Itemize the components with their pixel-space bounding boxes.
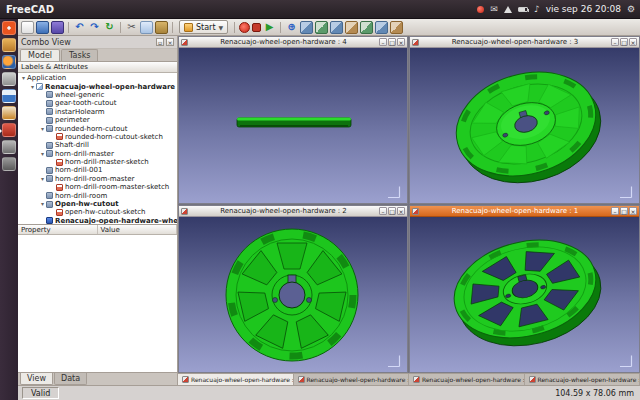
- macro-stop-icon[interactable]: [252, 23, 261, 32]
- viewport-2-canvas[interactable]: [179, 217, 407, 372]
- tree-item[interactable]: perimeter: [18, 116, 177, 124]
- tree-item[interactable]: instarHolearm: [18, 108, 177, 116]
- session-gear-icon[interactable]: ⚙: [627, 5, 635, 14]
- fit-all-icon[interactable]: ⊕: [285, 21, 298, 34]
- restore-icon[interactable]: □: [620, 38, 628, 46]
- workbench-selector[interactable]: Start ▼: [179, 20, 228, 34]
- panel-float-icon[interactable]: ▫: [156, 38, 164, 46]
- tree-item[interactable]: horn-drill-master-sketch: [18, 158, 177, 166]
- viewport-4[interactable]: Renacuajo-wheel-open-hardware : 4 –□×: [178, 36, 408, 204]
- tree-item[interactable]: open-hw-cutout-sketch: [18, 208, 177, 216]
- viewport-2[interactable]: Renacuajo-wheel-open-hardware : 2 –□×: [178, 205, 408, 373]
- open-file-icon[interactable]: [36, 21, 49, 34]
- isometric-view-icon[interactable]: [300, 21, 313, 34]
- front-view-icon[interactable]: [315, 21, 328, 34]
- restore-icon[interactable]: □: [388, 207, 396, 215]
- tree-item-document[interactable]: Renacuajo-wheel-open-hardware: [18, 82, 177, 90]
- expander-icon[interactable]: [29, 84, 36, 90]
- property-column-header[interactable]: Property: [18, 225, 98, 234]
- tree-item[interactable]: horn-drill-room-master: [18, 175, 177, 183]
- window-tab-4[interactable]: Renacuajo-wheel-open-hardware : 4: [525, 374, 640, 385]
- files-icon[interactable]: [2, 38, 16, 52]
- viewport-4-titlebar[interactable]: Renacuajo-wheel-open-hardware : 4 –□×: [179, 37, 407, 48]
- property-table-body[interactable]: [18, 235, 177, 372]
- left-view-icon[interactable]: [390, 21, 403, 34]
- cut-icon[interactable]: ✂: [125, 21, 138, 34]
- tree-item[interactable]: rounded-horn-cutout: [18, 124, 177, 132]
- tree-item[interactable]: rounded-horn-cutout-sketch: [18, 133, 177, 141]
- sound-icon[interactable]: ♪: [534, 5, 540, 14]
- tab-tasks[interactable]: Tasks: [61, 49, 98, 61]
- undo-icon[interactable]: ↶: [73, 21, 86, 34]
- freecad-launcher-icon[interactable]: [2, 123, 16, 137]
- viewport-4-canvas[interactable]: [179, 48, 407, 203]
- minimize-icon[interactable]: –: [379, 207, 387, 215]
- tab-model[interactable]: Model: [20, 49, 60, 61]
- ubuntu-dash-icon[interactable]: [2, 21, 16, 35]
- minimize-icon[interactable]: –: [611, 38, 619, 46]
- tab-view[interactable]: View: [20, 373, 53, 385]
- tree-item[interactable]: gear-tooth-cutout: [18, 99, 177, 107]
- window-tab-3[interactable]: Renacuajo-wheel-open-hardware : 3: [409, 374, 525, 385]
- value-column-header[interactable]: Value: [98, 225, 178, 234]
- tree-item[interactable]: horn-drill-master: [18, 150, 177, 158]
- mail-icon[interactable]: ✉: [490, 5, 498, 14]
- recording-indicator-icon[interactable]: [477, 6, 484, 13]
- combo-view-titlebar[interactable]: Combo View ▫ ×: [18, 36, 177, 49]
- viewport-2-titlebar[interactable]: Renacuajo-wheel-open-hardware : 2 –□×: [179, 206, 407, 217]
- expander-icon[interactable]: [39, 201, 46, 207]
- viewport-3[interactable]: Renacuajo-wheel-open-hardware : 3 –□×: [409, 36, 640, 204]
- wheel-front-view[interactable]: [179, 217, 407, 372]
- redo-icon[interactable]: ↷: [88, 21, 101, 34]
- close-icon[interactable]: ×: [397, 38, 405, 46]
- tree-item[interactable]: Renacuajo-open-hardware-wheel-final: [18, 217, 177, 224]
- network-icon[interactable]: [504, 6, 512, 13]
- close-icon[interactable]: ×: [629, 38, 637, 46]
- tree-item[interactable]: Open-hw-cutout: [18, 200, 177, 208]
- tree-item[interactable]: horn-drill-room: [18, 191, 177, 199]
- expander-icon[interactable]: [20, 75, 27, 81]
- panel-close-icon[interactable]: ×: [166, 38, 174, 46]
- new-document-icon[interactable]: [21, 21, 34, 34]
- expander-icon[interactable]: [39, 176, 46, 182]
- wheel-isometric-cutout-view[interactable]: [410, 217, 639, 372]
- active-app-name[interactable]: FreeCAD: [6, 4, 54, 15]
- expander-icon[interactable]: [39, 151, 46, 157]
- trash-icon[interactable]: [2, 157, 16, 171]
- minimize-icon[interactable]: –: [611, 207, 619, 215]
- wheel-side-view[interactable]: [179, 48, 407, 203]
- expander-icon[interactable]: [39, 126, 46, 132]
- close-icon[interactable]: ×: [397, 207, 405, 215]
- minimize-icon[interactable]: –: [379, 38, 387, 46]
- tree-item[interactable]: horn-drill-001: [18, 166, 177, 174]
- wheel-isometric-view[interactable]: [410, 48, 639, 203]
- firefox-icon[interactable]: [2, 55, 16, 69]
- viewport-1[interactable]: Renacuajo-wheel-open-hardware : 1 –□×: [409, 205, 640, 373]
- viewport-3-titlebar[interactable]: Renacuajo-wheel-open-hardware : 3 –□×: [410, 37, 639, 48]
- window-tab-2[interactable]: Renacuajo-wheel-open-hardware : 2: [294, 374, 410, 385]
- close-icon[interactable]: ×: [629, 207, 637, 215]
- paste-icon[interactable]: [155, 21, 168, 34]
- tree-item[interactable]: Shaft-drill: [18, 141, 177, 149]
- tree-column-header[interactable]: Labels & Attributes: [18, 62, 177, 73]
- libreoffice-icon[interactable]: [2, 89, 16, 103]
- restore-icon[interactable]: □: [388, 38, 396, 46]
- macro-record-icon[interactable]: [239, 22, 250, 33]
- tree-item-application[interactable]: Application: [18, 74, 177, 82]
- restore-icon[interactable]: □: [620, 207, 628, 215]
- system-settings-icon[interactable]: [2, 140, 16, 154]
- viewport-1-titlebar[interactable]: Renacuajo-wheel-open-hardware : 1 –□×: [410, 206, 639, 217]
- refresh-icon[interactable]: ↻: [103, 21, 116, 34]
- battery-icon[interactable]: [518, 7, 528, 12]
- tree-item[interactable]: horn-drill-room-master-sketch: [18, 183, 177, 191]
- save-icon[interactable]: [51, 21, 64, 34]
- clock[interactable]: vie sep 26 20:08: [546, 4, 621, 14]
- text-editor-icon[interactable]: [2, 72, 16, 86]
- top-view-icon[interactable]: [330, 21, 343, 34]
- viewport-1-canvas[interactable]: [410, 217, 639, 372]
- tree-item[interactable]: wheel-generic: [18, 91, 177, 99]
- right-view-icon[interactable]: [345, 21, 358, 34]
- tab-data[interactable]: Data: [54, 373, 87, 385]
- macro-play-icon[interactable]: ▶: [263, 21, 276, 34]
- copy-icon[interactable]: [140, 21, 153, 34]
